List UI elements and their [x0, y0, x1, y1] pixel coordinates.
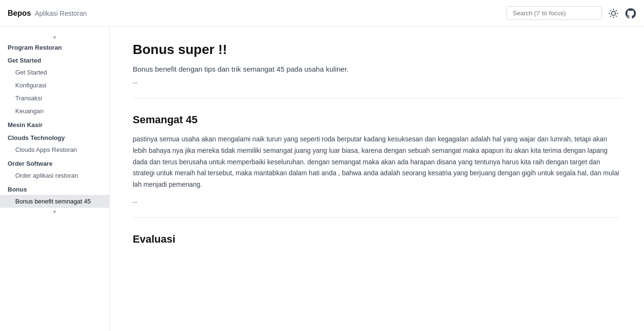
sidebar-item-mesin-kasir[interactable]: Mesin Kasir	[0, 117, 109, 130]
sidebar-item-konfigurasi[interactable]: Konfigurasi	[0, 79, 109, 92]
sidebar-item-bonus-section[interactable]: Bonus	[0, 182, 109, 195]
page-title: Bonus super !!	[133, 42, 621, 57]
separator-1: --	[133, 79, 621, 86]
sidebar-item-program-restoran[interactable]: Program Restoran	[0, 40, 109, 53]
section2-title: Evaluasi	[133, 229, 621, 246]
sidebar-item-clouds-apps-restoran[interactable]: Clouds Apps Restoran	[0, 143, 109, 156]
svg-line-7	[611, 16, 611, 16]
brand-subtitle: Aplikasi Restoran	[35, 10, 87, 17]
brand: Bepos Aplikasi Restoran	[8, 9, 87, 18]
header-icons	[608, 8, 636, 19]
sidebar-item-keuangan[interactable]: Keuangan	[0, 105, 109, 117]
svg-line-4	[616, 16, 616, 16]
sidebar-item-clouds-technology[interactable]: Clouds Technology	[0, 130, 109, 143]
sidebar-item-transaksi[interactable]: Transaksi	[0, 92, 109, 105]
svg-point-0	[612, 11, 615, 15]
scroll-arrow-up: ▲	[0, 32, 109, 40]
section1-body: pastinya semua usaha akan mengalami naik…	[133, 134, 621, 191]
section1-title: Semangat 45	[133, 110, 621, 126]
divider-1	[133, 98, 621, 98]
layout: ▲ Program Restoran Get Started Get Start…	[0, 27, 644, 331]
sidebar-item-order-aplikasi-restoran[interactable]: Order aplikasi restoran	[0, 169, 109, 182]
scroll-arrow-down: ▼	[0, 208, 109, 215]
svg-line-3	[611, 10, 611, 11]
svg-line-8	[616, 10, 616, 11]
main-content: Bonus super !! Bonus benefit dengan tips…	[110, 27, 644, 331]
github-icon[interactable]	[625, 8, 636, 19]
brand-name: Bepos	[8, 9, 31, 18]
separator-2: --	[133, 198, 621, 206]
divider-2	[133, 217, 621, 218]
sidebar-item-order-software[interactable]: Order Software	[0, 156, 109, 169]
sidebar-item-bonus-benefit[interactable]: Bonus benefit semnagat 45	[0, 195, 109, 208]
search-input[interactable]	[507, 6, 602, 20]
sidebar-item-get-started-section[interactable]: Get Started	[0, 53, 109, 66]
theme-toggle-icon[interactable]	[608, 8, 619, 19]
header: Bepos Aplikasi Restoran	[0, 0, 644, 27]
sidebar: ▲ Program Restoran Get Started Get Start…	[0, 27, 110, 331]
sidebar-item-get-started[interactable]: Get Started	[0, 66, 109, 79]
page-subtitle: Bonus benefit dengan tips dan trik seman…	[133, 65, 621, 73]
